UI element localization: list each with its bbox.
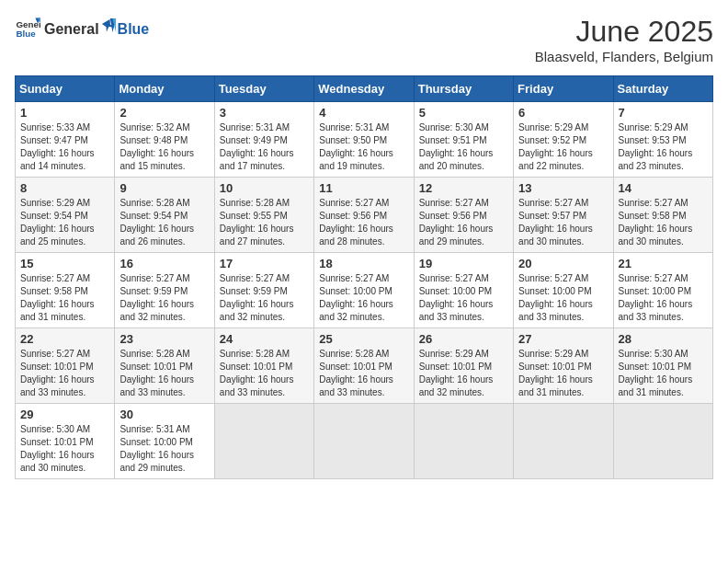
calendar-cell xyxy=(613,404,712,479)
calendar-cell: 8Sunrise: 5:29 AMSunset: 9:54 PMDaylight… xyxy=(16,178,115,253)
calendar-week-row: 15Sunrise: 5:27 AMSunset: 9:58 PMDayligh… xyxy=(16,253,713,328)
calendar-header-row: SundayMondayTuesdayWednesdayThursdayFrid… xyxy=(16,76,713,102)
day-detail: Sunrise: 5:27 AMSunset: 10:00 PMDaylight… xyxy=(619,273,693,322)
day-number: 2 xyxy=(119,106,209,120)
day-detail: Sunrise: 5:29 AMSunset: 10:01 PMDaylight… xyxy=(419,349,494,397)
calendar-cell: 24Sunrise: 5:28 AMSunset: 10:01 PMDaylig… xyxy=(214,328,313,404)
day-detail: Sunrise: 5:32 AMSunset: 9:48 PMDaylight:… xyxy=(119,122,194,171)
day-number: 4 xyxy=(319,106,408,120)
title-area: June 2025 Blaasveld, Flanders, Belgium xyxy=(535,15,713,64)
calendar-cell: 26Sunrise: 5:29 AMSunset: 10:01 PMDaylig… xyxy=(414,328,513,404)
header-day-thursday: Thursday xyxy=(414,76,513,102)
calendar-cell: 5Sunrise: 5:30 AMSunset: 9:51 PMDaylight… xyxy=(414,102,513,178)
day-number: 25 xyxy=(319,332,408,346)
calendar-cell: 1Sunrise: 5:33 AMSunset: 9:47 PMDaylight… xyxy=(16,102,115,178)
day-detail: Sunrise: 5:27 AMSunset: 10:00 PMDaylight… xyxy=(518,273,593,322)
calendar-cell: 22Sunrise: 5:27 AMSunset: 10:01 PMDaylig… xyxy=(16,328,115,404)
day-detail: Sunrise: 5:31 AMSunset: 10:00 PMDaylight… xyxy=(119,424,194,473)
day-number: 24 xyxy=(220,332,309,346)
day-detail: Sunrise: 5:30 AMSunset: 10:01 PMDaylight… xyxy=(619,349,693,397)
header-day-sunday: Sunday xyxy=(16,76,115,102)
day-detail: Sunrise: 5:30 AMSunset: 9:51 PMDaylight:… xyxy=(419,122,494,171)
calendar-cell: 16Sunrise: 5:27 AMSunset: 9:59 PMDayligh… xyxy=(115,253,214,328)
day-number: 26 xyxy=(419,332,508,346)
logo-general: General xyxy=(44,21,99,38)
logo-icon: General Blue xyxy=(15,15,40,40)
day-detail: Sunrise: 5:27 AMSunset: 9:56 PMDaylight:… xyxy=(419,198,494,247)
day-detail: Sunrise: 5:33 AMSunset: 9:47 PMDaylight:… xyxy=(20,122,95,171)
day-number: 11 xyxy=(319,181,408,195)
day-detail: Sunrise: 5:28 AMSunset: 9:54 PMDaylight:… xyxy=(119,198,194,247)
day-detail: Sunrise: 5:28 AMSunset: 9:55 PMDaylight:… xyxy=(220,198,294,247)
svg-text:Blue: Blue xyxy=(16,29,36,39)
day-detail: Sunrise: 5:29 AMSunset: 9:54 PMDaylight:… xyxy=(20,198,95,247)
calendar-cell xyxy=(414,404,513,479)
calendar-cell: 29Sunrise: 5:30 AMSunset: 10:01 PMDaylig… xyxy=(16,404,115,479)
day-detail: Sunrise: 5:30 AMSunset: 10:01 PMDaylight… xyxy=(20,424,95,473)
calendar-cell: 18Sunrise: 5:27 AMSunset: 10:00 PMDaylig… xyxy=(314,253,414,328)
calendar-cell: 15Sunrise: 5:27 AMSunset: 9:58 PMDayligh… xyxy=(16,253,115,328)
day-detail: Sunrise: 5:31 AMSunset: 9:49 PMDaylight:… xyxy=(220,122,294,171)
calendar-cell xyxy=(314,404,414,479)
day-number: 9 xyxy=(119,181,209,195)
day-detail: Sunrise: 5:29 AMSunset: 9:52 PMDaylight:… xyxy=(518,122,593,171)
header: General Blue General Blue June 2025 Blaa… xyxy=(15,15,713,64)
header-day-wednesday: Wednesday xyxy=(314,76,414,102)
calendar-cell: 9Sunrise: 5:28 AMSunset: 9:54 PMDaylight… xyxy=(115,178,214,253)
day-detail: Sunrise: 5:27 AMSunset: 9:58 PMDaylight:… xyxy=(619,198,693,247)
calendar-cell: 27Sunrise: 5:29 AMSunset: 10:01 PMDaylig… xyxy=(514,328,613,404)
month-title: June 2025 xyxy=(535,15,713,49)
calendar-table: SundayMondayTuesdayWednesdayThursdayFrid… xyxy=(15,75,713,479)
day-number: 1 xyxy=(20,106,109,120)
location-title: Blaasveld, Flanders, Belgium xyxy=(535,49,713,64)
day-detail: Sunrise: 5:27 AMSunset: 9:57 PMDaylight:… xyxy=(518,198,593,247)
day-detail: Sunrise: 5:27 AMSunset: 9:58 PMDaylight:… xyxy=(20,273,95,322)
day-number: 20 xyxy=(518,257,608,270)
day-detail: Sunrise: 5:27 AMSunset: 10:00 PMDaylight… xyxy=(319,273,393,322)
logo-arrow-icon xyxy=(100,17,117,34)
day-detail: Sunrise: 5:28 AMSunset: 10:01 PMDaylight… xyxy=(220,349,294,397)
day-number: 27 xyxy=(518,332,608,346)
calendar-week-row: 8Sunrise: 5:29 AMSunset: 9:54 PMDaylight… xyxy=(16,178,713,253)
calendar-cell: 30Sunrise: 5:31 AMSunset: 10:00 PMDaylig… xyxy=(115,404,214,479)
day-detail: Sunrise: 5:27 AMSunset: 9:56 PMDaylight:… xyxy=(319,198,393,247)
header-day-saturday: Saturday xyxy=(613,76,712,102)
calendar-cell: 19Sunrise: 5:27 AMSunset: 10:00 PMDaylig… xyxy=(414,253,513,328)
day-number: 7 xyxy=(619,106,708,120)
day-number: 13 xyxy=(518,181,608,195)
day-number: 29 xyxy=(20,408,109,421)
day-detail: Sunrise: 5:28 AMSunset: 10:01 PMDaylight… xyxy=(319,349,393,397)
calendar-cell: 12Sunrise: 5:27 AMSunset: 9:56 PMDayligh… xyxy=(414,178,513,253)
logo-blue: Blue xyxy=(118,21,150,38)
day-number: 6 xyxy=(518,106,608,120)
day-detail: Sunrise: 5:27 AMSunset: 9:59 PMDaylight:… xyxy=(220,273,294,322)
calendar-week-row: 1Sunrise: 5:33 AMSunset: 9:47 PMDaylight… xyxy=(16,102,713,178)
day-detail: Sunrise: 5:27 AMSunset: 10:00 PMDaylight… xyxy=(419,273,494,322)
calendar-cell: 14Sunrise: 5:27 AMSunset: 9:58 PMDayligh… xyxy=(613,178,712,253)
day-detail: Sunrise: 5:29 AMSunset: 9:53 PMDaylight:… xyxy=(619,122,693,171)
day-number: 10 xyxy=(220,181,309,195)
day-number: 16 xyxy=(119,257,209,270)
day-number: 3 xyxy=(220,106,309,120)
day-number: 28 xyxy=(619,332,708,346)
calendar-cell: 7Sunrise: 5:29 AMSunset: 9:53 PMDaylight… xyxy=(613,102,712,178)
header-day-monday: Monday xyxy=(115,76,214,102)
calendar-cell: 17Sunrise: 5:27 AMSunset: 9:59 PMDayligh… xyxy=(214,253,313,328)
calendar-cell: 21Sunrise: 5:27 AMSunset: 10:00 PMDaylig… xyxy=(613,253,712,328)
day-number: 8 xyxy=(20,181,109,195)
day-number: 12 xyxy=(419,181,508,195)
calendar-cell xyxy=(514,404,613,479)
logo: General Blue General Blue xyxy=(15,15,149,40)
day-number: 21 xyxy=(619,257,708,270)
calendar-cell: 3Sunrise: 5:31 AMSunset: 9:49 PMDaylight… xyxy=(214,102,313,178)
calendar-cell: 6Sunrise: 5:29 AMSunset: 9:52 PMDaylight… xyxy=(514,102,613,178)
calendar-cell xyxy=(214,404,313,479)
calendar-cell: 10Sunrise: 5:28 AMSunset: 9:55 PMDayligh… xyxy=(214,178,313,253)
calendar-cell: 28Sunrise: 5:30 AMSunset: 10:01 PMDaylig… xyxy=(613,328,712,404)
day-number: 5 xyxy=(419,106,508,120)
day-detail: Sunrise: 5:27 AMSunset: 10:01 PMDaylight… xyxy=(20,349,95,397)
day-number: 14 xyxy=(619,181,708,195)
day-number: 23 xyxy=(119,332,209,346)
day-detail: Sunrise: 5:27 AMSunset: 9:59 PMDaylight:… xyxy=(119,273,194,322)
calendar-week-row: 22Sunrise: 5:27 AMSunset: 10:01 PMDaylig… xyxy=(16,328,713,404)
